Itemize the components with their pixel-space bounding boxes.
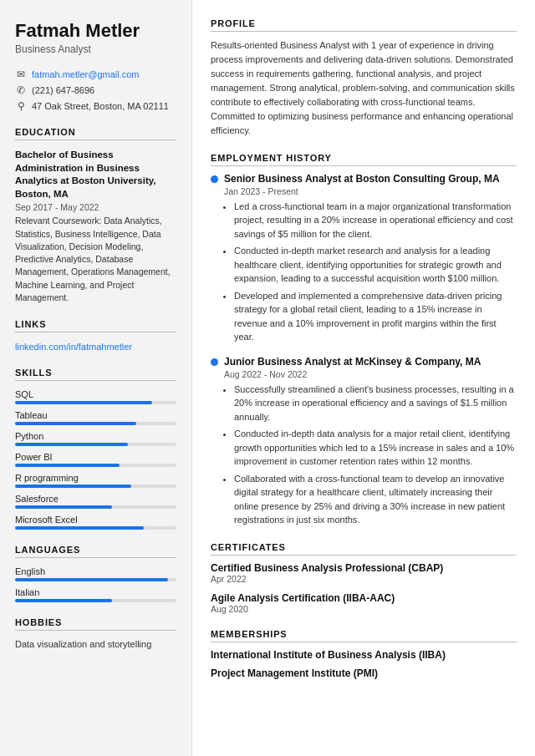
skill-label: Python bbox=[15, 431, 176, 441]
job-bullet: Conducted in-depth data analysis for a m… bbox=[234, 427, 517, 469]
certificates-section: Certificates Certified Business Analysis… bbox=[211, 542, 517, 614]
employment-section: Employment History Senior Business Analy… bbox=[211, 153, 517, 526]
memberships-section: Memberships International Institute of B… bbox=[211, 629, 517, 679]
language-bar-bg bbox=[15, 599, 176, 602]
skill-bar-fill bbox=[15, 443, 128, 446]
skill-bar-fill bbox=[15, 485, 131, 488]
memberships-section-title: Memberships bbox=[211, 629, 517, 642]
skill-row: R programming bbox=[15, 473, 176, 488]
skill-bar-bg bbox=[15, 422, 176, 425]
skill-label: SQL bbox=[15, 389, 176, 399]
skill-bar-bg bbox=[15, 505, 176, 509]
skill-row: Power BI bbox=[15, 452, 176, 467]
skill-bar-bg bbox=[15, 401, 176, 404]
education-degree: Bachelor of Business Administration in B… bbox=[15, 149, 176, 200]
hobbies-text: Data visualization and storytelling bbox=[15, 639, 176, 649]
cert-entry: Agile Analysis Certification (IIBA-AAC) … bbox=[211, 592, 517, 614]
linkedin-link[interactable]: linkedin.com/in/fatmahmetler bbox=[15, 342, 132, 352]
skill-bar-fill bbox=[15, 505, 112, 509]
main-content: Profile Results-oriented Business Analys… bbox=[192, 0, 535, 756]
job-dates: Jan 2023 - Present bbox=[224, 186, 517, 196]
memberships-list: International Institute of Business Anal… bbox=[211, 649, 517, 679]
phone-icon: ✆ bbox=[15, 84, 27, 96]
certificates-section-title: Certificates bbox=[211, 542, 517, 556]
skill-bar-bg bbox=[15, 443, 176, 446]
job-entry: Junior Business Analyst at McKinsey & Co… bbox=[211, 356, 517, 527]
certs-list: Certified Business Analysis Professional… bbox=[211, 562, 517, 614]
contact-email: ✉ fatmah.metler@gmail.com bbox=[15, 68, 176, 80]
hobbies-section-title: Hobbies bbox=[15, 617, 176, 631]
links-section: Links linkedin.com/in/fatmahmetler bbox=[15, 319, 176, 353]
contact-address: ⚲ 47 Oak Street, Boston, MA 02111 bbox=[15, 100, 176, 112]
language-bar-bg bbox=[15, 578, 176, 581]
coursework-label: Relevant Coursework: bbox=[15, 216, 101, 226]
location-icon: ⚲ bbox=[15, 100, 27, 112]
skill-label: Tableau bbox=[15, 410, 176, 420]
job-dot bbox=[211, 175, 218, 183]
coursework-text: Data Analytics, Statistics, Business Int… bbox=[15, 216, 171, 302]
language-bar-fill bbox=[15, 578, 168, 581]
cert-name: Agile Analysis Certification (IIBA-AAC) bbox=[211, 592, 517, 604]
job-bullet: Developed and implemented a comprehensiv… bbox=[234, 289, 517, 344]
education-coursework: Relevant Coursework: Data Analytics, Sta… bbox=[15, 215, 176, 304]
skill-row: Salesforce bbox=[15, 494, 176, 509]
skill-bar-fill bbox=[15, 422, 136, 425]
skill-label: Salesforce bbox=[15, 494, 176, 504]
language-label: English bbox=[15, 566, 176, 576]
skills-section: Skills SQL Tableau Python Power BI R pro… bbox=[15, 368, 176, 530]
job-dates: Aug 2022 - Nov 2022 bbox=[224, 369, 517, 379]
skill-bar-bg bbox=[15, 464, 176, 467]
language-label: Italian bbox=[15, 587, 176, 597]
job-entry: Senior Business Analyst at Boston Consul… bbox=[211, 173, 517, 344]
membership-entry: Project Management Institute (PMI) bbox=[211, 667, 517, 679]
education-section-title: Education bbox=[15, 127, 176, 140]
membership-entry: International Institute of Business Anal… bbox=[211, 649, 517, 661]
job-bullet: Led a cross-functional team in a major o… bbox=[234, 200, 517, 241]
cert-date: Apr 2022 bbox=[211, 574, 517, 584]
profile-text: Results-oriented Business Analyst with 1… bbox=[211, 38, 517, 138]
skill-row: SQL bbox=[15, 389, 176, 404]
skills-section-title: Skills bbox=[15, 368, 176, 381]
skill-bar-fill bbox=[15, 401, 152, 404]
job-bullets: Led a cross-functional team in a major o… bbox=[224, 200, 517, 344]
candidate-name: Fatmah Metler bbox=[15, 20, 176, 42]
languages-list: English Italian bbox=[15, 566, 176, 602]
email-link[interactable]: fatmah.metler@gmail.com bbox=[32, 69, 140, 79]
skill-bar-bg bbox=[15, 485, 176, 488]
sidebar: Fatmah Metler Business Analyst ✉ fatmah.… bbox=[0, 0, 192, 756]
language-bar-fill bbox=[15, 599, 112, 602]
skills-list: SQL Tableau Python Power BI R programmin… bbox=[15, 389, 176, 530]
education-section: Education Bachelor of Business Administr… bbox=[15, 127, 176, 304]
employment-section-title: Employment History bbox=[211, 153, 517, 166]
skill-bar-bg bbox=[15, 526, 176, 530]
skill-bar-fill bbox=[15, 526, 144, 530]
job-bullet: Collaborated with a cross-functional tea… bbox=[234, 472, 517, 527]
cert-name: Certified Business Analysis Professional… bbox=[211, 562, 517, 574]
skill-label: Microsoft Excel bbox=[15, 515, 176, 525]
skill-row: Microsoft Excel bbox=[15, 515, 176, 530]
cert-date: Aug 2020 bbox=[211, 604, 517, 614]
job-dot bbox=[211, 358, 218, 366]
profile-section: Profile Results-oriented Business Analys… bbox=[211, 18, 517, 138]
links-section-title: Links bbox=[15, 319, 176, 332]
contact-list: ✉ fatmah.metler@gmail.com ✆ (221) 647-86… bbox=[15, 68, 176, 112]
resume-container: Fatmah Metler Business Analyst ✉ fatmah.… bbox=[0, 0, 535, 756]
job-title: Senior Business Analyst at Boston Consul… bbox=[224, 173, 500, 186]
job-title: Junior Business Analyst at McKinsey & Co… bbox=[224, 356, 481, 369]
job-bullets: Successfully streamlined a client's busi… bbox=[224, 383, 517, 527]
skill-row: Python bbox=[15, 431, 176, 446]
job-bullet: Successfully streamlined a client's busi… bbox=[234, 383, 517, 424]
candidate-title: Business Analyst bbox=[15, 43, 176, 55]
languages-section: Languages English Italian bbox=[15, 545, 176, 602]
language-row: Italian bbox=[15, 587, 176, 602]
languages-section-title: Languages bbox=[15, 545, 176, 558]
education-dates: Sep 2017 - May 2022 bbox=[15, 202, 176, 212]
job-bullet: Conducted in-depth market research and a… bbox=[234, 244, 517, 286]
skill-label: Power BI bbox=[15, 452, 176, 462]
jobs-list: Senior Business Analyst at Boston Consul… bbox=[211, 173, 517, 526]
skill-bar-fill bbox=[15, 464, 120, 467]
email-icon: ✉ bbox=[15, 68, 27, 80]
profile-section-title: Profile bbox=[211, 18, 517, 32]
hobbies-section: Hobbies Data visualization and storytell… bbox=[15, 617, 176, 649]
language-row: English bbox=[15, 566, 176, 581]
